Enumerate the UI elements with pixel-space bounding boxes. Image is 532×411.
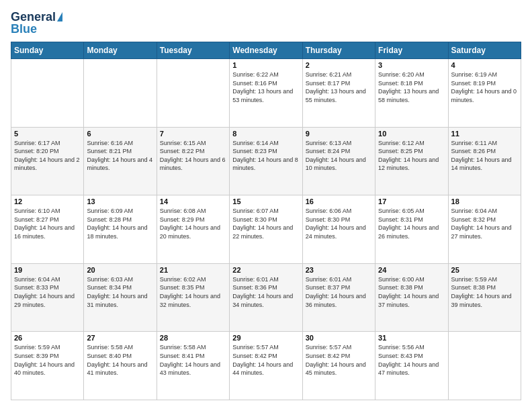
- cell-info: Sunrise: 6:22 AMSunset: 8:16 PMDaylight:…: [232, 71, 293, 103]
- cell-info: Sunrise: 6:08 AMSunset: 8:29 PMDaylight:…: [160, 208, 220, 240]
- day-number: 19: [14, 266, 81, 274]
- page: General Blue SundayMondayTuesdayWednesda…: [0, 0, 532, 411]
- day-header-monday: Monday: [84, 42, 157, 59]
- cell-info: Sunrise: 6:06 AMSunset: 8:30 PMDaylight:…: [306, 208, 366, 240]
- cell-info: Sunrise: 6:19 AMSunset: 8:19 PMDaylight:…: [451, 71, 517, 103]
- cell-info: Sunrise: 6:10 AMSunset: 8:27 PMDaylight:…: [14, 208, 75, 240]
- day-number: 30: [306, 334, 372, 342]
- cell-info: Sunrise: 6:09 AMSunset: 8:28 PMDaylight:…: [87, 208, 147, 240]
- day-number: 4: [451, 61, 518, 69]
- calendar-cell: 4Sunrise: 6:19 AMSunset: 8:19 PMDaylight…: [448, 59, 521, 128]
- day-number: 12: [14, 197, 81, 205]
- calendar-cell: 11Sunrise: 6:11 AMSunset: 8:26 PMDayligh…: [448, 127, 521, 195]
- calendar-cell: 13Sunrise: 6:09 AMSunset: 8:28 PMDayligh…: [84, 195, 157, 264]
- calendar-cell: 24Sunrise: 6:00 AMSunset: 8:38 PMDayligh…: [375, 263, 448, 332]
- cell-info: Sunrise: 5:57 AMSunset: 8:42 PMDaylight:…: [306, 344, 366, 376]
- day-header-sunday: Sunday: [11, 42, 84, 59]
- calendar-cell: 18Sunrise: 6:04 AMSunset: 8:32 PMDayligh…: [448, 195, 521, 264]
- cell-info: Sunrise: 6:07 AMSunset: 8:30 PMDaylight:…: [232, 208, 293, 240]
- calendar-cell: 30Sunrise: 5:57 AMSunset: 8:42 PMDayligh…: [302, 332, 375, 400]
- day-number: 9: [306, 130, 372, 138]
- calendar-cell: 5Sunrise: 6:17 AMSunset: 8:20 PMDaylight…: [11, 127, 84, 195]
- calendar-week-row: 1Sunrise: 6:22 AMSunset: 8:16 PMDaylight…: [11, 59, 521, 128]
- day-number: 23: [306, 266, 372, 274]
- calendar-cell: 31Sunrise: 5:56 AMSunset: 8:43 PMDayligh…: [375, 332, 448, 400]
- calendar-cell: [11, 59, 84, 128]
- cell-info: Sunrise: 6:01 AMSunset: 8:36 PMDaylight:…: [232, 276, 293, 308]
- calendar-cell: 19Sunrise: 6:04 AMSunset: 8:33 PMDayligh…: [11, 263, 84, 332]
- day-number: 7: [160, 130, 226, 138]
- calendar-cell: 23Sunrise: 6:01 AMSunset: 8:37 PMDayligh…: [302, 263, 375, 332]
- day-number: 29: [232, 334, 299, 342]
- day-number: 13: [87, 197, 153, 205]
- calendar-cell: 22Sunrise: 6:01 AMSunset: 8:36 PMDayligh…: [230, 263, 302, 332]
- day-number: 14: [160, 197, 226, 205]
- logo-text-general: General: [11, 11, 56, 23]
- calendar-cell: 17Sunrise: 6:05 AMSunset: 8:31 PMDayligh…: [375, 195, 448, 264]
- calendar-cell: 26Sunrise: 5:59 AMSunset: 8:39 PMDayligh…: [11, 332, 84, 400]
- header: General Blue: [11, 11, 521, 35]
- calendar-cell: 6Sunrise: 6:16 AMSunset: 8:21 PMDaylight…: [84, 127, 157, 195]
- cell-info: Sunrise: 6:05 AMSunset: 8:31 PMDaylight:…: [378, 208, 439, 240]
- day-number: 6: [87, 130, 153, 138]
- day-number: 28: [160, 334, 226, 342]
- day-number: 11: [451, 130, 518, 138]
- day-number: 16: [306, 197, 372, 205]
- cell-info: Sunrise: 6:13 AMSunset: 8:24 PMDaylight:…: [306, 140, 366, 172]
- cell-info: Sunrise: 5:58 AMSunset: 8:40 PMDaylight:…: [87, 344, 147, 376]
- calendar-week-row: 12Sunrise: 6:10 AMSunset: 8:27 PMDayligh…: [11, 195, 521, 264]
- day-number: 2: [306, 61, 372, 69]
- logo-triangle-icon: [57, 12, 62, 21]
- cell-info: Sunrise: 5:58 AMSunset: 8:41 PMDaylight:…: [160, 344, 220, 376]
- cell-info: Sunrise: 6:14 AMSunset: 8:23 PMDaylight:…: [232, 140, 298, 172]
- day-number: 5: [14, 130, 81, 138]
- day-header-wednesday: Wednesday: [230, 42, 302, 59]
- calendar-cell: 3Sunrise: 6:20 AMSunset: 8:18 PMDaylight…: [375, 59, 448, 128]
- day-number: 25: [451, 266, 518, 274]
- day-number: 10: [378, 130, 445, 138]
- day-number: 17: [378, 197, 445, 205]
- cell-info: Sunrise: 6:15 AMSunset: 8:22 PMDaylight:…: [160, 140, 226, 172]
- calendar-cell: 14Sunrise: 6:08 AMSunset: 8:29 PMDayligh…: [157, 195, 229, 264]
- calendar-cell: 10Sunrise: 6:12 AMSunset: 8:25 PMDayligh…: [375, 127, 448, 195]
- cell-info: Sunrise: 5:56 AMSunset: 8:43 PMDaylight:…: [378, 344, 439, 376]
- cell-info: Sunrise: 6:02 AMSunset: 8:35 PMDaylight:…: [160, 276, 220, 308]
- logo-text-blue: Blue: [11, 23, 37, 35]
- logo: General Blue: [11, 11, 62, 35]
- cell-info: Sunrise: 6:11 AMSunset: 8:26 PMDaylight:…: [451, 140, 512, 172]
- cell-info: Sunrise: 6:03 AMSunset: 8:34 PMDaylight:…: [87, 276, 147, 308]
- day-number: 26: [14, 334, 81, 342]
- calendar-cell: 21Sunrise: 6:02 AMSunset: 8:35 PMDayligh…: [157, 263, 229, 332]
- cell-info: Sunrise: 5:59 AMSunset: 8:39 PMDaylight:…: [14, 344, 75, 376]
- calendar-cell: [157, 59, 229, 128]
- day-number: 3: [378, 61, 445, 69]
- day-number: 21: [160, 266, 226, 274]
- day-header-friday: Friday: [375, 42, 448, 59]
- cell-info: Sunrise: 6:12 AMSunset: 8:25 PMDaylight:…: [378, 140, 439, 172]
- day-number: 27: [87, 334, 153, 342]
- calendar-cell: 15Sunrise: 6:07 AMSunset: 8:30 PMDayligh…: [230, 195, 302, 264]
- day-number: 15: [232, 197, 299, 205]
- calendar-cell: 8Sunrise: 6:14 AMSunset: 8:23 PMDaylight…: [230, 127, 302, 195]
- calendar-cell: 7Sunrise: 6:15 AMSunset: 8:22 PMDaylight…: [157, 127, 229, 195]
- day-number: 24: [378, 266, 445, 274]
- cell-info: Sunrise: 6:04 AMSunset: 8:33 PMDaylight:…: [14, 276, 75, 308]
- calendar-cell: [448, 332, 521, 400]
- cell-info: Sunrise: 6:00 AMSunset: 8:38 PMDaylight:…: [378, 276, 439, 308]
- calendar-cell: 1Sunrise: 6:22 AMSunset: 8:16 PMDaylight…: [230, 59, 302, 128]
- calendar-cell: 9Sunrise: 6:13 AMSunset: 8:24 PMDaylight…: [302, 127, 375, 195]
- day-number: 20: [87, 266, 153, 274]
- cell-info: Sunrise: 6:01 AMSunset: 8:37 PMDaylight:…: [306, 276, 366, 308]
- calendar-cell: 28Sunrise: 5:58 AMSunset: 8:41 PMDayligh…: [157, 332, 229, 400]
- day-number: 31: [378, 334, 445, 342]
- calendar-cell: [84, 59, 157, 128]
- calendar-week-row: 26Sunrise: 5:59 AMSunset: 8:39 PMDayligh…: [11, 332, 521, 400]
- cell-info: Sunrise: 6:20 AMSunset: 8:18 PMDaylight:…: [378, 71, 439, 103]
- calendar-cell: 2Sunrise: 6:21 AMSunset: 8:17 PMDaylight…: [302, 59, 375, 128]
- calendar-week-row: 5Sunrise: 6:17 AMSunset: 8:20 PMDaylight…: [11, 127, 521, 195]
- cell-info: Sunrise: 5:59 AMSunset: 8:38 PMDaylight:…: [451, 276, 512, 308]
- day-number: 18: [451, 197, 518, 205]
- day-header-saturday: Saturday: [448, 42, 521, 59]
- day-number: 22: [232, 266, 299, 274]
- day-header-thursday: Thursday: [302, 42, 375, 59]
